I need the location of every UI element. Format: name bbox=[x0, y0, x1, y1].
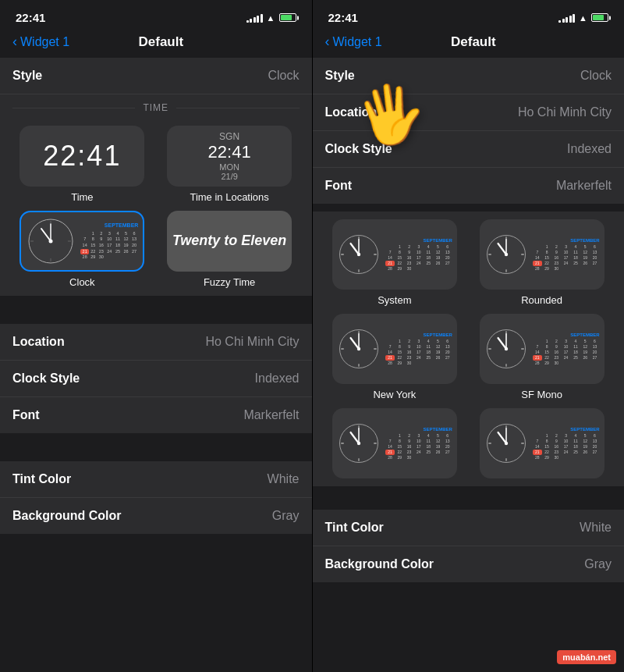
font-row-left[interactable]: Font Markerfelt bbox=[0, 397, 312, 433]
widget-item-fuzzy[interactable]: Twenty to Eleven Fuzzy Time bbox=[160, 211, 300, 288]
back-button-right[interactable]: ‹ Widget 1 bbox=[325, 34, 382, 50]
font-preview-system[interactable]: SEPTEMBER 123456 78910111213 14151617181… bbox=[325, 219, 465, 306]
battery-fill-left bbox=[281, 15, 292, 20]
clock-widget-extra2: SEPTEMBER 123456 78910111213 14151617181… bbox=[480, 408, 604, 478]
cal-cell: 1 bbox=[89, 231, 98, 237]
font-label-rounded: Rounded bbox=[521, 294, 562, 306]
signal-bar-3 bbox=[254, 17, 256, 23]
cal-cell: 8 bbox=[89, 236, 98, 243]
cal-cell: 10 bbox=[105, 236, 114, 243]
spacer-1 bbox=[0, 296, 312, 308]
clock-svg-extra2 bbox=[484, 421, 528, 465]
font-preview-box-system[interactable]: SEPTEMBER 123456 78910111213 14151617181… bbox=[332, 219, 457, 290]
font-preview-sfmono[interactable]: SEPTEMBER 123456 78910111213 14151617181… bbox=[472, 314, 612, 400]
spacer-2 bbox=[0, 433, 312, 446]
nav-bar-right: ‹ Widget 1 Default bbox=[313, 30, 625, 58]
clock-style-label-left: Clock Style bbox=[12, 372, 80, 386]
font-label-newyork: New York bbox=[373, 389, 416, 400]
clock-style-row-right[interactable]: Clock Style Indexed bbox=[313, 131, 625, 168]
font-preview-extra2[interactable]: SEPTEMBER 123456 78910111213 14151617181… bbox=[472, 408, 612, 478]
svg-point-15 bbox=[357, 253, 360, 256]
clock-widget-system: SEPTEMBER 123456 78910111213 14151617181… bbox=[332, 219, 457, 290]
bg-label-right: Background Color bbox=[325, 557, 434, 571]
calendar-mini: SEPTEMBER 1 2 3 4 5 6 7 8 bbox=[80, 222, 138, 261]
signal-bar-5 bbox=[261, 14, 263, 23]
location-day: MON bbox=[219, 162, 239, 172]
clock-style-label-right: Clock Style bbox=[325, 142, 392, 156]
clock-style-row-left[interactable]: Clock Style Indexed bbox=[0, 361, 312, 397]
widget-label-time: Time bbox=[71, 191, 93, 203]
battery-icon-left bbox=[279, 13, 296, 22]
clock-widget-rounded: SEPTEMBER 123456 78910111213 14151617181… bbox=[480, 219, 604, 290]
font-preview-box-rounded[interactable]: SEPTEMBER 123456 78910111213 14151617181… bbox=[480, 219, 604, 290]
tint-row-left[interactable]: Tint Color White bbox=[0, 461, 312, 498]
cal-cell: 15 bbox=[89, 243, 98, 249]
back-label-left: Widget 1 bbox=[20, 35, 69, 49]
analog-clock-svg bbox=[26, 216, 76, 266]
bg-label-left: Background Color bbox=[12, 509, 122, 523]
font-preview-rounded[interactable]: SEPTEMBER 123456 78910111213 14151617181… bbox=[472, 219, 612, 306]
signal-bar-1 bbox=[246, 20, 249, 23]
font-preview-newyork[interactable]: SEPTEMBER 123456 78910111213 14151617181… bbox=[325, 314, 465, 400]
font-label-system: System bbox=[378, 294, 411, 306]
font-row-right[interactable]: Font Markerfelt bbox=[313, 168, 625, 204]
time-display: 22:41 bbox=[43, 140, 121, 172]
right-panel: 22:41 ▲ ‹ Widget 1 Default Styl bbox=[313, 0, 625, 672]
widget-item-locations[interactable]: SGN 22:41 MON 21/9 Time in Locations bbox=[160, 126, 300, 203]
style-row-right[interactable]: Style Clock bbox=[313, 58, 625, 94]
font-preview-box-sfmono[interactable]: SEPTEMBER 123456 78910111213 14151617181… bbox=[480, 314, 604, 384]
widget-item-time[interactable]: 22:41 Time bbox=[12, 126, 152, 203]
wifi-icon-left: ▲ bbox=[267, 13, 275, 23]
widget-preview-clock[interactable]: SEPTEMBER 1 2 3 4 5 6 7 8 bbox=[20, 211, 144, 272]
cal-cell: 14 bbox=[80, 243, 89, 249]
settings-group-left: Location Ho Chi Minh City Clock Style In… bbox=[0, 324, 312, 433]
signal-bar-2 bbox=[250, 19, 252, 23]
cal-cell: 25 bbox=[114, 249, 122, 255]
font-preview-box-extra1[interactable]: SEPTEMBER 123456 78910111213 14151617181… bbox=[332, 408, 457, 478]
widget-item-clock[interactable]: SEPTEMBER 1 2 3 4 5 6 7 8 bbox=[12, 211, 152, 288]
page-title-left: Default bbox=[139, 34, 184, 50]
widget-preview-locations[interactable]: SGN 22:41 MON 21/9 bbox=[167, 126, 292, 187]
clock-widget-newyork: SEPTEMBER 123456 78910111213 14151617181… bbox=[332, 314, 457, 384]
time-header-text-left: TIME bbox=[135, 102, 176, 113]
clock-svg-newyork bbox=[337, 327, 381, 371]
cal-cell: 6 bbox=[130, 231, 139, 237]
font-value-right: Markerfelt bbox=[556, 179, 612, 193]
widget-preview-fuzzy[interactable]: Twenty to Eleven bbox=[167, 211, 292, 272]
font-label-right: Font bbox=[325, 179, 353, 193]
font-label-left: Font bbox=[12, 408, 40, 422]
settings-group-bottom-left: Tint Color White Background Color Gray bbox=[0, 461, 312, 534]
bg-row-right[interactable]: Background Color Gray bbox=[313, 546, 625, 582]
location-row-right[interactable]: Location Ho Chi Minh City bbox=[313, 94, 625, 131]
style-row-left[interactable]: Style Clock bbox=[0, 58, 312, 94]
font-preview-box-extra2[interactable]: SEPTEMBER 123456 78910111213 14151617181… bbox=[480, 408, 604, 478]
style-label-left: Style bbox=[12, 69, 42, 83]
location-row-left[interactable]: Location Ho Chi Minh City bbox=[0, 324, 312, 361]
settings-group-top-right: Style Clock Location Ho Chi Minh City Cl… bbox=[313, 58, 625, 204]
status-icons-right: ▲ bbox=[558, 13, 608, 23]
bg-row-left[interactable]: Background Color Gray bbox=[0, 498, 312, 534]
tint-label-left: Tint Color bbox=[12, 472, 71, 486]
signal-bar-r2 bbox=[562, 19, 565, 23]
location-code: SGN bbox=[219, 131, 239, 142]
left-panel: 22:41 ▲ ‹ Widget 1 Default Style Clock bbox=[0, 0, 312, 672]
font-preview-extra1[interactable]: SEPTEMBER 123456 78910111213 14151617181… bbox=[325, 408, 465, 478]
cal-cell: 17 bbox=[105, 243, 114, 249]
svg-point-31 bbox=[357, 347, 360, 350]
nav-bar-left: ‹ Widget 1 Default bbox=[0, 30, 312, 58]
clock-style-value-right: Indexed bbox=[567, 142, 612, 156]
time-header-line-right bbox=[176, 108, 299, 108]
svg-point-39 bbox=[504, 347, 507, 350]
status-bar-left: 22:41 ▲ bbox=[0, 0, 312, 30]
widget-preview-time[interactable]: 22:41 bbox=[20, 126, 144, 187]
back-chevron-left: ‹ bbox=[12, 34, 17, 50]
cal-cell: 22 bbox=[89, 249, 98, 255]
font-preview-grid: SEPTEMBER 123456 78910111213 14151617181… bbox=[313, 212, 625, 486]
back-button-left[interactable]: ‹ Widget 1 bbox=[12, 34, 69, 50]
tint-value-left: White bbox=[268, 472, 300, 486]
bg-value-left: Gray bbox=[272, 509, 300, 523]
tint-row-right[interactable]: Tint Color White bbox=[313, 510, 625, 546]
font-preview-box-newyork[interactable]: SEPTEMBER 123456 78910111213 14151617181… bbox=[332, 314, 457, 384]
signal-bar-r3 bbox=[566, 17, 568, 23]
signal-bar-r1 bbox=[558, 20, 561, 23]
